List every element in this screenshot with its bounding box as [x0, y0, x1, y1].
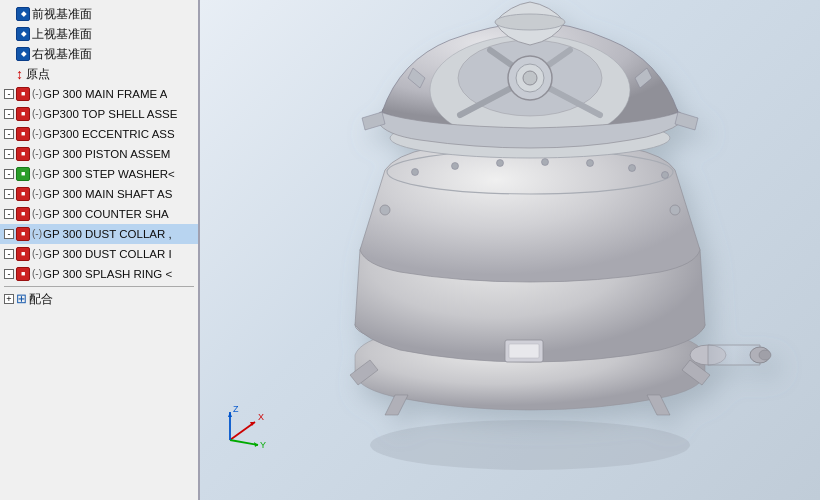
svg-marker-40 [228, 412, 232, 417]
main-shaft-label: GP 300 MAIN SHAFT AS [43, 185, 172, 203]
tree-item-top-view[interactable]: ◆ 上视基准面 [0, 24, 198, 44]
svg-point-20 [497, 160, 504, 167]
counter-shaft-expand[interactable]: - [4, 209, 14, 219]
svg-point-0 [370, 420, 690, 470]
step-washer-expand[interactable]: - [4, 169, 14, 179]
main-frame-icon: ■ [16, 87, 30, 101]
counter-shaft-label: GP 300 COUNTER SHA [43, 205, 169, 223]
svg-rect-13 [509, 344, 539, 358]
tree-item-main-frame[interactable]: - ■ (-) GP 300 MAIN FRAME A [0, 84, 198, 104]
top-shell-expand[interactable]: - [4, 109, 14, 119]
front-view-icon: ◆ [16, 7, 30, 21]
dust-collar2-label: GP 300 DUST COLLAR I [43, 245, 172, 263]
top-view-icon: ◆ [16, 27, 30, 41]
main-shaft-icon: ■ [16, 187, 30, 201]
svg-line-36 [230, 440, 258, 445]
top-shell-label: GP300 TOP SHELL ASSE [43, 105, 177, 123]
piston-expand[interactable]: - [4, 149, 14, 159]
cad-canvas[interactable]: X Y Z [200, 0, 820, 500]
eccentric-expand[interactable]: - [4, 129, 14, 139]
coord-system: X Y Z [228, 404, 266, 450]
piston-label: GP 300 PISTON ASSEM [43, 145, 170, 163]
svg-point-16 [759, 350, 771, 360]
tree-item-eccentric[interactable]: - ■ (-) GP300 ECCENTRIC ASS [0, 124, 198, 144]
eccentric-label: GP300 ECCENTRIC ASS [43, 125, 175, 143]
tree-divider [4, 286, 194, 287]
splash-ring-label: GP 300 SPLASH RING < [43, 265, 172, 283]
tree-item-main-shaft[interactable]: - ■ (-) GP 300 MAIN SHAFT AS [0, 184, 198, 204]
svg-text:Z: Z [233, 404, 239, 414]
tree-item-dust-collar1[interactable]: - ■ (-) GP 300 DUST COLLAR , [0, 224, 198, 244]
assembly-label: 配合 [29, 290, 53, 308]
svg-point-22 [587, 160, 594, 167]
top-shell-icon: ■ [16, 107, 30, 121]
svg-point-18 [412, 169, 419, 176]
step-washer-label: GP 300 STEP WASHER< [43, 165, 175, 183]
tree-item-top-shell[interactable]: - ■ (-) GP300 TOP SHELL ASSE [0, 104, 198, 124]
svg-text:Y: Y [260, 440, 266, 450]
counter-shaft-icon: ■ [16, 207, 30, 221]
left-panel: ◆ 前视基准面 ◆ 上视基准面 ◆ 右视基准面 ↕ 原点 - ■ (-) GP … [0, 0, 200, 500]
main-frame-expand[interactable]: - [4, 89, 14, 99]
tree-item-counter-shaft[interactable]: - ■ (-) GP 300 COUNTER SHA [0, 204, 198, 224]
dust-collar1-label: GP 300 DUST COLLAR , [43, 225, 172, 243]
svg-point-31 [523, 71, 537, 85]
tree-item-piston[interactable]: - ■ (-) GP 300 PISTON ASSEM [0, 144, 198, 164]
svg-text:X: X [258, 412, 264, 422]
svg-point-23 [629, 165, 636, 172]
assembly-icon: ⊞ [16, 290, 27, 308]
origin-label: 原点 [26, 65, 50, 83]
svg-line-35 [230, 422, 255, 440]
tree-item-front-view[interactable]: ◆ 前视基准面 [0, 4, 198, 24]
tree-item-assembly[interactable]: + ⊞ 配合 [0, 289, 198, 309]
svg-point-21 [542, 159, 549, 166]
right-view-icon: ◆ [16, 47, 30, 61]
step-washer-icon: ■ [16, 167, 30, 181]
assembly-expand[interactable]: + [4, 294, 14, 304]
tree-item-splash-ring[interactable]: - ■ (-) GP 300 SPLASH RING < [0, 264, 198, 284]
svg-point-33 [380, 205, 390, 215]
top-view-label: 上视基准面 [32, 25, 92, 43]
dust-collar2-icon: ■ [16, 247, 30, 261]
svg-point-34 [670, 205, 680, 215]
piston-icon: ■ [16, 147, 30, 161]
tree-view: ◆ 前视基准面 ◆ 上视基准面 ◆ 右视基准面 ↕ 原点 - ■ (-) GP … [0, 0, 198, 500]
main-shaft-expand[interactable]: - [4, 189, 14, 199]
svg-point-32 [495, 14, 565, 30]
right-view-label: 右视基准面 [32, 45, 92, 63]
tree-item-right-view[interactable]: ◆ 右视基准面 [0, 44, 198, 64]
cad-viewport[interactable]: X Y Z [200, 0, 820, 500]
tree-item-dust-collar2[interactable]: - ■ (-) GP 300 DUST COLLAR I [0, 244, 198, 264]
svg-point-24 [662, 172, 669, 179]
machine-svg: X Y Z [200, 0, 820, 500]
splash-ring-icon: ■ [16, 267, 30, 281]
svg-point-19 [452, 163, 459, 170]
front-view-label: 前视基准面 [32, 5, 92, 23]
splash-ring-expand[interactable]: - [4, 269, 14, 279]
origin-icon: ↕ [16, 65, 23, 83]
tree-item-step-washer[interactable]: - ■ (-) GP 300 STEP WASHER< [0, 164, 198, 184]
dust-collar1-expand[interactable]: - [4, 229, 14, 239]
dust-collar2-expand[interactable]: - [4, 249, 14, 259]
main-frame-label: GP 300 MAIN FRAME A [43, 85, 167, 103]
tree-item-origin[interactable]: ↕ 原点 [0, 64, 198, 84]
eccentric-icon: ■ [16, 127, 30, 141]
dust-collar1-icon: ■ [16, 227, 30, 241]
